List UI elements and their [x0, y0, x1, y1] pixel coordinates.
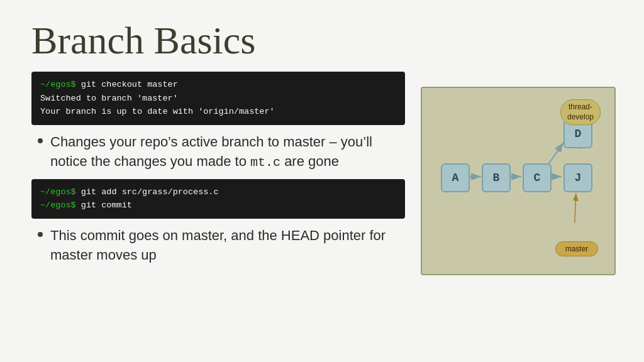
svg-line-6 — [575, 194, 576, 223]
code-block-1: ~/egos$ git checkout master Switched to … — [31, 72, 405, 125]
cmd-1: git checkout master — [81, 80, 178, 89]
prompt-2: ~/egos$ — [40, 187, 76, 197]
bullet-2: This commit goes on master, and the HEAD… — [31, 226, 405, 265]
node-A: A — [441, 163, 470, 192]
cmd-3: git commit — [81, 200, 132, 210]
prompt-1: ~/egos$ — [40, 80, 76, 89]
node-B: B — [482, 163, 511, 192]
output-1: Switched to branch 'master' — [40, 94, 178, 103]
label-master: master — [555, 241, 598, 256]
slide: Branch Basics ~/egos$ git checkout maste… — [0, 0, 644, 362]
left-column: Branch Basics ~/egos$ git checkout maste… — [31, 19, 405, 343]
code-line-1: ~/egos$ git checkout master — [40, 78, 396, 92]
code-line-4: ~/egos$ git add src/grass/process.c — [40, 185, 396, 199]
bullet-dot-2 — [38, 232, 43, 237]
bullet-text-1: Changes your repo’s active branch to mas… — [50, 133, 405, 172]
code-block-2: ~/egos$ git add src/grass/process.c ~/eg… — [31, 179, 405, 219]
bullet-1: Changes your repo’s active branch to mas… — [31, 133, 405, 172]
node-J: J — [564, 163, 592, 192]
prompt-3: ~/egos$ — [40, 200, 76, 210]
git-diagram: A B C J D master thread-develop — [421, 87, 616, 275]
cmd-2: git add src/grass/process.c — [81, 187, 219, 197]
bullet-text-2: This commit goes on master, and the HEAD… — [50, 226, 405, 265]
bullet-dot-1 — [38, 138, 43, 143]
label-thread-develop: thread-develop — [560, 99, 601, 125]
code-line-5: ~/egos$ git commit — [40, 199, 396, 212]
code-line-2: Switched to branch 'master' — [40, 92, 396, 106]
output-2: Your branch is up to date with 'origin/m… — [40, 107, 275, 116]
inline-code-1: mt.c — [250, 155, 280, 170]
node-C: C — [523, 163, 552, 192]
slide-title: Branch Basics — [31, 19, 405, 62]
code-line-3: Your branch is up to date with 'origin/m… — [40, 105, 396, 119]
right-column: A B C J D master thread-develop — [418, 19, 619, 343]
